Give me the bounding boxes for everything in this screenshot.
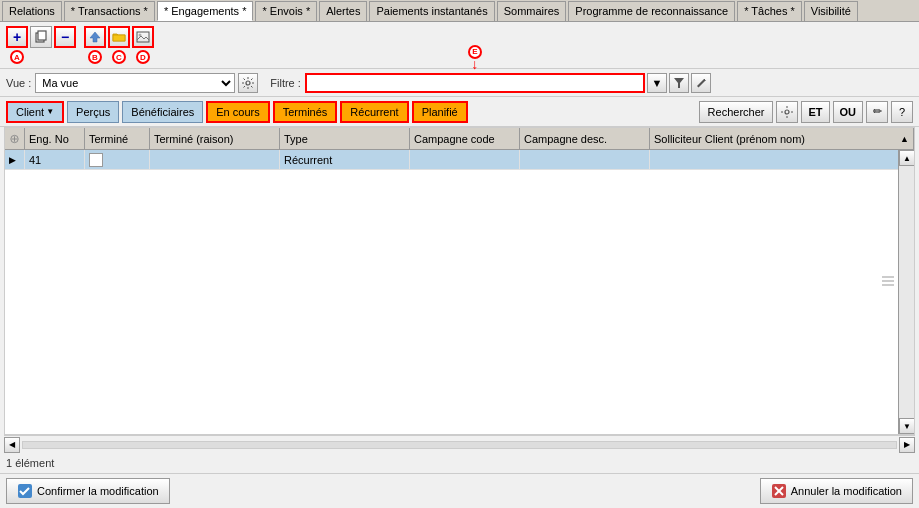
filter-tab-planifie[interactable]: Planifié xyxy=(412,101,468,123)
cancel-button[interactable]: Annuler la modification xyxy=(760,478,913,504)
svg-point-8 xyxy=(785,110,789,114)
filtre-edit-button[interactable] xyxy=(691,73,711,93)
main-content: + A − B xyxy=(0,22,919,508)
tab-paiements[interactable]: Paiements instantanés xyxy=(369,1,494,21)
svg-rect-3 xyxy=(113,35,125,41)
filtre-icons: ▼ xyxy=(647,73,711,93)
tab-engagements[interactable]: * Engagements * xyxy=(157,1,254,21)
cancel-icon xyxy=(771,483,787,499)
tab-transactions[interactable]: * Transactions * xyxy=(64,1,155,21)
tab-programme[interactable]: Programme de reconnaissance xyxy=(568,1,735,21)
scroll-down-button[interactable]: ▼ xyxy=(899,418,915,434)
upload-button[interactable] xyxy=(84,26,106,48)
svg-marker-2 xyxy=(90,32,100,42)
col-type[interactable]: Type xyxy=(280,128,410,149)
vertical-scrollbar: ▲ ▼ xyxy=(898,150,914,434)
tab-bar: Relations * Transactions * * Engagements… xyxy=(0,0,919,22)
scroll-left-button[interactable]: ◀ xyxy=(4,437,20,453)
vue-label: Vue : xyxy=(6,77,31,89)
svg-marker-7 xyxy=(674,78,684,88)
folder-button[interactable] xyxy=(108,26,130,48)
vue-settings-button[interactable] xyxy=(238,73,258,93)
filter-tab-beneficiaires[interactable]: Bénéficiaires xyxy=(122,101,203,123)
ou-button[interactable]: OU xyxy=(833,101,864,123)
filter-tab-recurrent[interactable]: Récurrent xyxy=(340,101,408,123)
svg-rect-4 xyxy=(137,32,149,42)
vue-row: Vue : Ma vue Filtre : ↓ E ▼ xyxy=(0,69,919,97)
cell-campagne-desc xyxy=(520,150,650,169)
filtre-label: Filtre : xyxy=(270,77,301,89)
resize-handle xyxy=(882,277,894,286)
scroll-up-button[interactable]: ▲ xyxy=(899,150,915,166)
table-row[interactable]: ▶ 41 Récurrent xyxy=(5,150,914,170)
col-termine-raison[interactable]: Terminé (raison) xyxy=(150,128,280,149)
filtre-dropdown-button[interactable]: ▼ xyxy=(647,73,667,93)
cell-solliciteur xyxy=(650,150,914,169)
svg-point-6 xyxy=(246,81,250,85)
cell-type: Récurrent xyxy=(280,150,410,169)
scroll-right-button[interactable]: ▶ xyxy=(899,437,915,453)
filtre-input[interactable] xyxy=(305,73,645,93)
search-section: Rechercher ET OU ✏ ? xyxy=(699,101,913,123)
client-dropdown-arrow: ▼ xyxy=(46,107,54,116)
search-settings-button[interactable] xyxy=(776,101,798,123)
tab-taches[interactable]: * Tâches * xyxy=(737,1,802,21)
table-area: Eng. No Terminé Terminé (raison) Type Ca… xyxy=(4,127,915,435)
col-campagne-desc[interactable]: Campagne desc. xyxy=(520,128,650,149)
h-scroll-track[interactable] xyxy=(22,441,897,449)
filter-tab-termines[interactable]: Terminés xyxy=(273,101,338,123)
col-termine[interactable]: Terminé xyxy=(85,128,150,149)
filtre-filter-button[interactable] xyxy=(669,73,689,93)
cell-termine xyxy=(85,150,150,169)
tab-sommaires[interactable]: Sommaires xyxy=(497,1,567,21)
filter-tab-encours[interactable]: En cours xyxy=(206,101,269,123)
svg-rect-1 xyxy=(38,31,46,40)
tab-visibilite[interactable]: Visibilité xyxy=(804,1,858,21)
et-button[interactable]: ET xyxy=(801,101,829,123)
help-button[interactable]: ? xyxy=(891,101,913,123)
tab-alertes[interactable]: Alertes xyxy=(319,1,367,21)
tab-relations[interactable]: Relations xyxy=(2,1,62,21)
vue-select[interactable]: Ma vue xyxy=(35,73,235,93)
filter-tabs-row: Client ▼ Perçus Bénéficiaires En cours T… xyxy=(0,97,919,127)
copy-button[interactable] xyxy=(30,26,52,48)
bottom-bar: Confirmer la modification Annuler la mod… xyxy=(0,473,919,508)
image-button[interactable] xyxy=(132,26,154,48)
add-button[interactable]: + xyxy=(6,26,28,48)
confirm-button[interactable]: Confirmer la modification xyxy=(6,478,170,504)
filter-tab-client[interactable]: Client ▼ xyxy=(6,101,64,123)
delete-button[interactable]: − xyxy=(54,26,76,48)
edit-search-button[interactable]: ✏ xyxy=(866,101,888,123)
cell-termine-raison xyxy=(150,150,280,169)
status-bar: 1 élément xyxy=(0,453,919,473)
cell-campagne-code xyxy=(410,150,520,169)
cell-eng-no: 41 xyxy=(25,150,85,169)
search-button[interactable]: Rechercher xyxy=(699,101,774,123)
termine-checkbox[interactable] xyxy=(89,153,103,167)
tab-envois[interactable]: * Envois * xyxy=(255,1,317,21)
col-eng-no[interactable]: Eng. No xyxy=(25,128,85,149)
table-header: Eng. No Terminé Terminé (raison) Type Ca… xyxy=(5,128,914,150)
col-campagne-code[interactable]: Campagne code xyxy=(410,128,520,149)
horizontal-scrollbar: ◀ ▶ xyxy=(4,435,915,453)
confirm-icon xyxy=(17,483,33,499)
col-solliciteur[interactable]: Solliciteur Client (prénom nom) ▲ xyxy=(650,128,914,149)
filter-tab-percus[interactable]: Perçus xyxy=(67,101,119,123)
